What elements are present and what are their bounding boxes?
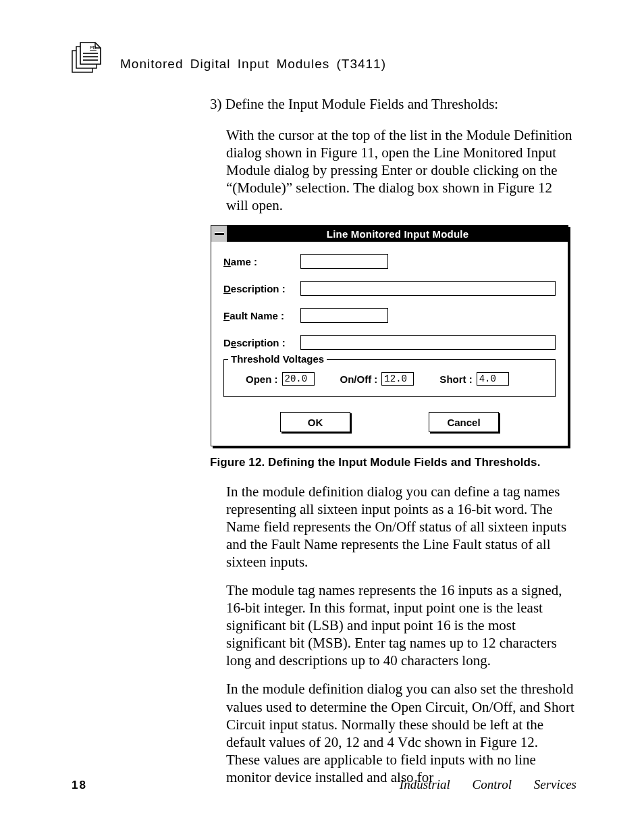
mnemonic: V <box>283 353 289 365</box>
dialog-body: Name : Description : Fault Name : <box>211 242 568 446</box>
page-header: PD Monitored Digital Input Modules (T341… <box>72 42 576 73</box>
mnemonic: N <box>223 256 231 267</box>
dialog-title: Line Monitored Input Module <box>227 228 568 240</box>
row-fault-description: Description : <box>223 335 556 350</box>
fault-name-input[interactable] <box>300 308 388 323</box>
mnemonic: h <box>446 373 452 385</box>
figure-12: Line Monitored Input Module Name : Descr… <box>211 225 574 446</box>
label-fault-name: Fault Name : <box>223 310 300 321</box>
paragraph-2: The module tag names represents the 16 i… <box>226 581 574 669</box>
step-number: 3) <box>210 96 222 112</box>
label-text: Threshold <box>231 353 283 365</box>
name-input[interactable] <box>300 254 388 269</box>
label-fault-description: Description : <box>223 337 300 348</box>
figure-caption: Figure 12. Defining the Input Module Fie… <box>210 456 574 469</box>
icon-badge-text: PD <box>90 45 97 50</box>
threshold-row: Open : 20.0 On/Off : 12.0 Short : 4.0 <box>234 372 545 386</box>
threshold-legend: Threshold Voltages <box>228 353 327 365</box>
description-input[interactable] <box>300 281 556 296</box>
paragraph-3: In the module definition dialog you can … <box>226 680 574 785</box>
page-footer: 18 Industrial Control Services <box>72 777 576 792</box>
label-open: Open : <box>246 373 278 385</box>
label-short: Short : <box>439 373 472 385</box>
label-text: pen : <box>254 373 278 385</box>
row-fault-name: Fault Name : <box>223 308 556 323</box>
mnemonic: D <box>223 283 231 294</box>
row-name: Name : <box>223 254 556 269</box>
label-description: Description : <box>223 283 300 294</box>
document-stack-icon: PD <box>72 42 105 73</box>
dialog-button-row: OK Cancel <box>223 412 556 432</box>
label-text: On/Of <box>340 373 369 385</box>
label-onoff: On/Off : <box>340 373 378 385</box>
intro-paragraph: With the cursor at the top of the list i… <box>226 126 574 214</box>
onoff-input[interactable]: 12.0 <box>381 372 414 386</box>
page: PD Monitored Digital Input Modules (T341… <box>0 0 644 834</box>
label-text: ame : <box>231 256 257 267</box>
label-text: ort : <box>453 373 473 385</box>
mnemonic: O <box>246 373 254 385</box>
dialog-line-monitored-input-module: Line Monitored Input Module Name : Descr… <box>211 225 568 446</box>
header-title: Monitored Digital Input Modules (T3411) <box>120 57 386 73</box>
row-description: Description : <box>223 281 556 296</box>
cancel-button[interactable]: Cancel <box>429 412 499 432</box>
label-text: scription : <box>236 337 286 348</box>
ok-button[interactable]: OK <box>280 412 350 432</box>
dialog-titlebar[interactable]: Line Monitored Input Module <box>211 226 568 242</box>
label-text: D <box>223 337 231 348</box>
footer-right-text: Industrial Control Services <box>400 777 576 792</box>
step-heading-text: Define the Input Module Fields and Thres… <box>225 96 498 112</box>
system-menu-icon[interactable] <box>211 226 227 242</box>
short-input[interactable]: 4.0 <box>477 372 509 386</box>
mnemonic: e <box>231 337 236 348</box>
body-column: 3) Define the Input Module Fields and Th… <box>210 96 574 786</box>
mnemonic: F <box>223 310 230 321</box>
fault-description-input[interactable] <box>300 335 556 350</box>
label-text: : <box>371 373 377 385</box>
label-text: S <box>439 373 446 385</box>
label-name: Name : <box>223 256 300 267</box>
open-input[interactable]: 20.0 <box>282 372 315 386</box>
step-heading: 3) Define the Input Module Fields and Th… <box>210 96 574 113</box>
label-text: escription : <box>231 283 286 294</box>
page-number: 18 <box>72 779 87 792</box>
threshold-voltages-group: Threshold Voltages Open : 20.0 On/Off : … <box>223 359 556 397</box>
label-text: oltages <box>289 353 325 365</box>
paragraph-1: In the module definition dialog you can … <box>226 483 574 571</box>
label-text: ault Name : <box>230 310 284 321</box>
